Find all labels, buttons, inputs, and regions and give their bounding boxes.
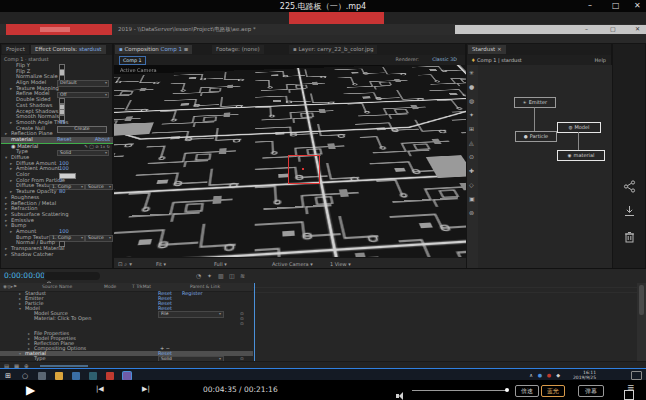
- download-icon[interactable]: [623, 205, 636, 218]
- node-model[interactable]: ◍Model: [557, 122, 601, 133]
- node-label: Model: [574, 124, 589, 130]
- play-button[interactable]: ▶: [26, 382, 35, 398]
- statusbar-fit[interactable]: Fit ▾: [156, 261, 166, 267]
- node-tool-icon-0[interactable]: ✳: [469, 69, 474, 76]
- node-tool-icon-7[interactable]: ✚: [469, 167, 474, 174]
- tray-icon-1[interactable]: ●: [538, 372, 542, 378]
- quality-button[interactable]: 蓝光: [541, 385, 565, 397]
- tab-footage[interactable]: Footage: (none): [212, 45, 264, 54]
- viewport-3d[interactable]: Active Camera: [114, 65, 467, 257]
- prev-button[interactable]: |◀: [96, 385, 104, 393]
- timeline-option-icon-0[interactable]: ◔: [196, 272, 201, 279]
- timeline-scrollbar[interactable]: [637, 283, 646, 361]
- explorer-icon[interactable]: [55, 372, 63, 380]
- node-tool-icon-8[interactable]: ◇: [469, 181, 474, 188]
- trash-icon[interactable]: [623, 230, 636, 243]
- playlist-icon[interactable]: ≣: [627, 383, 635, 393]
- tray-icon-2[interactable]: ●: [547, 372, 551, 378]
- node-tool-icon-6[interactable]: ⊙: [469, 153, 474, 160]
- node-tool-icon-2[interactable]: ◍: [469, 97, 474, 104]
- statusbar-active-camera[interactable]: Active Camera ▾: [272, 261, 313, 267]
- maximize-button[interactable]: □: [612, 1, 620, 10]
- node-tool-icon-4[interactable]: ⊞: [469, 125, 474, 132]
- start-icon[interactable]: ⊞: [4, 372, 12, 380]
- selection-anchor: [302, 168, 304, 170]
- watermark-banner-left: [6, 24, 112, 35]
- tab-effect-controls[interactable]: Effect Controls: stardust: [31, 45, 106, 54]
- node-material[interactable]: ◉material: [557, 150, 605, 161]
- next-button[interactable]: ▶|: [142, 385, 150, 393]
- tab-stardust[interactable]: Stardust ×: [468, 45, 506, 54]
- tab-project[interactable]: Project: [2, 45, 29, 54]
- current-timecode[interactable]: 0:00:00:00: [4, 271, 45, 280]
- effect-controls-breadcrumb: Comp 1 · stardust: [4, 56, 49, 62]
- node-tool-icon-5[interactable]: ◬: [469, 139, 474, 146]
- column-parent-link: Parent & Link: [190, 284, 220, 289]
- timeline-option-icon-1[interactable]: ✦: [207, 272, 212, 279]
- timeline-option-icon-2[interactable]: ▥: [218, 272, 224, 279]
- tab-composition[interactable]: ▪ Composition Comp 1 ≡: [115, 45, 192, 54]
- node-label: Particle: [530, 133, 548, 139]
- ae-minimize-icon[interactable]: –: [585, 25, 588, 32]
- ae-restore-icon[interactable]: ▢: [610, 25, 616, 32]
- column-mode: Mode: [104, 284, 116, 289]
- comp-nav-box[interactable]: Comp 1: [119, 56, 146, 65]
- speed-button[interactable]: 倍速: [515, 385, 539, 397]
- tab-layer[interactable]: ▪ Layer: carry_22_b_color.jpg: [289, 45, 377, 54]
- selection-box[interactable]: [288, 155, 320, 184]
- tray-icon-3[interactable]: ◆: [556, 372, 560, 378]
- stardust-node-canvas[interactable]: Ready ✳Emitter●Particle◍Model◉material: [478, 65, 613, 281]
- stardust-help-link[interactable]: Help: [595, 57, 606, 63]
- stardust-header: ♦ Comp 1 | stardust Help: [467, 55, 611, 65]
- timeline-option-icon-4[interactable]: ≋: [240, 272, 245, 279]
- volume-slider-handle[interactable]: [505, 388, 509, 392]
- notification-icon[interactable]: [631, 371, 642, 380]
- node-tool-icon-1[interactable]: ●: [469, 83, 474, 90]
- stardust-tabbar: Stardust ×: [467, 44, 611, 55]
- share-nodes-icon[interactable]: [623, 180, 636, 193]
- renderer-value[interactable]: Classic 3D: [432, 57, 457, 62]
- minimize-button[interactable]: –: [588, 1, 592, 10]
- node-emitter[interactable]: ✳Emitter: [514, 97, 556, 108]
- node-particle[interactable]: ●Particle: [515, 131, 557, 142]
- current-time-indicator[interactable]: [254, 283, 255, 361]
- time-display: 00:04:35 / 00:21:16: [203, 385, 278, 394]
- taskview-icon[interactable]: [38, 372, 46, 380]
- timeline-search-input[interactable]: [44, 272, 100, 280]
- danmaku-button[interactable]: 弹幕: [578, 385, 604, 397]
- composition-nav-bar: Comp 1 Renderer: Classic 3D: [114, 55, 465, 65]
- search-icon[interactable]: ○: [21, 372, 29, 380]
- app-teal-icon[interactable]: [89, 372, 97, 380]
- renderer-label: Renderer:: [396, 57, 419, 62]
- app-blue-icon[interactable]: [72, 372, 80, 380]
- twirl-icon[interactable]: ▸: [5, 252, 7, 258]
- ae-close-icon[interactable]: ✕: [635, 25, 640, 32]
- stardust-breadcrumb: ♦ Comp 1 | stardust: [471, 57, 522, 63]
- effect-controls-panel: Project Effect Controls: stardust Comp 1…: [0, 43, 113, 269]
- statusbar-full[interactable]: Full ▾: [214, 261, 227, 267]
- node-tool-icon-10[interactable]: ⊚: [469, 209, 474, 216]
- afterfx-icon[interactable]: [123, 372, 131, 380]
- effect-controls-rows: Flip YFlip ZNormalize ScaleAlign ModelDe…: [1, 63, 113, 259]
- node-connection: [534, 107, 535, 131]
- close-button[interactable]: ✕: [634, 1, 641, 10]
- timeline-track-area[interactable]: [253, 283, 637, 361]
- about-link[interactable]: About: [95, 137, 110, 143]
- stardust-panel: Stardust × ♦ Comp 1 | stardust Help ✳●◍✦…: [466, 43, 612, 280]
- player-control-bar: ▶ |◀ ▶| 00:04:35 / 00:21:16 倍速 蓝光 弹幕 ≣: [0, 380, 646, 400]
- composition-panel: ▪ Composition Comp 1 ≡ Footage: (none) ▪…: [113, 43, 466, 280]
- volume-slider[interactable]: [412, 390, 506, 391]
- watermark-banner-center: [289, 12, 384, 24]
- node-tool-icon-3[interactable]: ✦: [469, 111, 474, 118]
- volume-icon[interactable]: [396, 391, 405, 400]
- node-tool-icon-9[interactable]: ▣: [469, 195, 475, 202]
- reset-link[interactable]: Reset: [57, 137, 72, 143]
- tray-icon-0[interactable]: ∧: [529, 372, 533, 378]
- timeline-zoom-slider[interactable]: [40, 365, 88, 367]
- app-red-icon[interactable]: [106, 372, 114, 380]
- fx-label: material: [11, 137, 33, 143]
- fx-row-shadow-catcher[interactable]: ▸Shadow Catcher: [1, 252, 113, 258]
- statusbar-1-view[interactable]: 1 View ▾: [330, 261, 351, 267]
- timeline-option-icon-3[interactable]: ◫: [229, 272, 235, 279]
- video-content[interactable]: 2019 - \\DataServer\lesson\Project\电路板\a…: [0, 12, 646, 380]
